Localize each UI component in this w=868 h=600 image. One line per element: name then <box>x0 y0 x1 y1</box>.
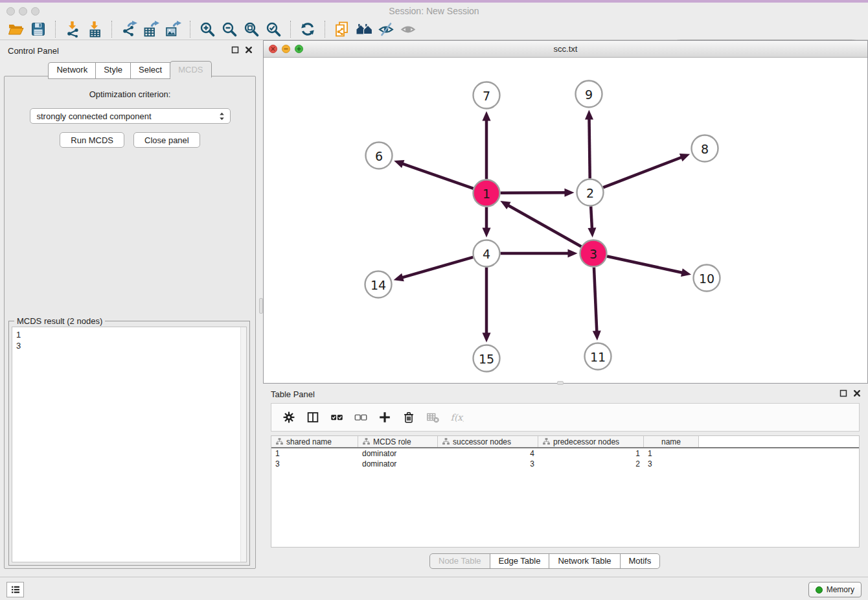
tab-style[interactable]: Style <box>95 62 131 79</box>
cell-predecessor_nodes: 1 <box>538 448 644 459</box>
close-panel-button[interactable]: Close panel <box>133 132 200 148</box>
cell-name: 3 <box>644 459 699 469</box>
save-session-icon[interactable] <box>27 19 49 39</box>
table-header-row: shared nameMCDS rolesuccessor nodesprede… <box>271 436 859 448</box>
column-header-shared_name[interactable]: shared name <box>271 436 358 447</box>
network-window-titlebar[interactable]: scc.txt <box>264 41 867 58</box>
run-mcds-button[interactable]: Run MCDS <box>60 132 124 148</box>
unselect-all-columns-icon[interactable] <box>351 408 371 427</box>
zoom-in-icon[interactable] <box>196 19 218 39</box>
control-panel-title: Control Panel <box>8 46 59 56</box>
first-neighbors-icon[interactable] <box>353 19 375 39</box>
clone-network-icon[interactable] <box>331 19 353 39</box>
open-file-icon[interactable] <box>5 19 27 39</box>
cell-shared_name: 3 <box>271 459 358 469</box>
graph-edge-arrowhead <box>394 160 404 168</box>
graph-edge-3-11[interactable] <box>594 267 597 333</box>
task-history-button[interactable] <box>6 582 24 597</box>
table-row[interactable]: 1dominator411 <box>271 448 859 459</box>
tab-network[interactable]: Network <box>48 62 96 79</box>
tab-motifs[interactable]: Motifs <box>620 553 661 569</box>
export-network-icon[interactable] <box>118 19 140 39</box>
table-row[interactable]: 3dominator323 <box>271 459 859 469</box>
tab-mcds[interactable]: MCDS <box>170 61 211 78</box>
result-scrollbar[interactable] <box>240 327 246 562</box>
graph-edge-arrowhead <box>394 273 404 281</box>
zoom-selected-icon[interactable] <box>262 19 284 39</box>
graph-edge-arrowhead <box>593 330 601 340</box>
graph-node-label: 8 <box>701 142 709 156</box>
delete-column-icon[interactable] <box>399 408 418 427</box>
graph-edge-1-2[interactable] <box>500 192 567 193</box>
column-type-icon <box>442 437 450 446</box>
graph-node-15[interactable]: 15 <box>474 345 500 372</box>
optimization-criterion-select[interactable]: strongly connected component <box>30 108 231 124</box>
column-header-predecessor_nodes[interactable]: predecessor nodes <box>538 436 644 447</box>
graph-edge-arrowhead <box>681 268 691 277</box>
graph-node-2[interactable]: 2 <box>577 179 604 206</box>
hide-selected-icon[interactable] <box>375 19 397 39</box>
graph-node-9[interactable]: 9 <box>576 81 602 108</box>
table-panel-tabs: Node TableEdge TableNetwork TableMotifs <box>429 553 660 569</box>
close-table-panel-icon[interactable] <box>852 389 862 398</box>
cell-mcds_role: dominator <box>358 448 438 459</box>
cell-mcds_role: dominator <box>358 459 438 469</box>
zoom-fit-content-icon[interactable] <box>240 19 262 39</box>
zoom-out-icon[interactable] <box>218 19 240 39</box>
import-table-icon[interactable] <box>84 19 106 39</box>
graph-edge-4-14[interactable] <box>400 257 473 278</box>
network-graph: 7968124314101511 <box>264 58 867 383</box>
node-table: shared nameMCDS rolesuccessor nodesprede… <box>271 435 860 548</box>
graph-node-11[interactable]: 11 <box>585 343 611 370</box>
table-panel: Table Panel shared nameMCDS rolesuccesso… <box>263 384 868 577</box>
float-table-panel-icon[interactable] <box>839 389 848 398</box>
select-all-columns-icon[interactable] <box>327 408 347 427</box>
tab-network-table[interactable]: Network Table <box>549 553 620 569</box>
horizontal-splitter-handle[interactable] <box>557 381 564 385</box>
graph-node-label: 15 <box>479 352 494 366</box>
tab-node-table[interactable]: Node Table <box>429 553 490 569</box>
graph-node-7[interactable]: 7 <box>474 82 500 109</box>
close-panel-icon[interactable] <box>244 45 253 54</box>
column-label: name <box>661 437 681 446</box>
graph-edge-3-1[interactable] <box>507 204 581 246</box>
tab-edge-table[interactable]: Edge Table <box>490 553 550 569</box>
tab-select[interactable]: Select <box>130 62 170 79</box>
graph-edge-arrowhead <box>585 110 593 119</box>
graph-edge-3-10[interactable] <box>607 257 684 273</box>
column-settings-icon[interactable] <box>279 408 299 427</box>
graph-node-10[interactable]: 10 <box>694 265 720 292</box>
table-panel-title: Table Panel <box>271 389 315 399</box>
float-panel-icon[interactable] <box>231 45 240 54</box>
export-table-icon[interactable] <box>140 19 162 39</box>
graph-node-6[interactable]: 6 <box>366 143 393 169</box>
column-header-successor_nodes[interactable]: successor nodes <box>438 436 538 447</box>
graph-node-1[interactable]: 1 <box>474 180 500 207</box>
network-canvas[interactable]: 7968124314101511 <box>264 58 867 383</box>
toolbar-separator <box>290 21 291 38</box>
apply-layout-icon[interactable] <box>297 19 319 39</box>
import-network-icon[interactable] <box>62 19 84 39</box>
graph-edge-2-8[interactable] <box>603 157 683 188</box>
toggle-column-view-icon[interactable] <box>303 408 323 427</box>
memory-button[interactable]: Memory <box>808 582 862 597</box>
create-column-icon[interactable] <box>375 408 394 427</box>
mcds-result-textarea[interactable]: 13 <box>12 327 247 562</box>
toolbar-separator <box>111 21 112 38</box>
select-updown-icon <box>216 110 227 123</box>
graph-node-14[interactable]: 14 <box>365 271 392 298</box>
graph-node-3[interactable]: 3 <box>580 240 607 267</box>
graph-edge-1-6[interactable] <box>401 163 474 189</box>
graph-node-label: 4 <box>483 247 490 261</box>
graph-node-8[interactable]: 8 <box>692 135 718 162</box>
graph-edge-2-9[interactable] <box>589 117 589 178</box>
status-bar: Memory <box>0 577 868 600</box>
graph-node-4[interactable]: 4 <box>474 240 500 267</box>
control-panel: Control Panel NetworkStyleSelectMCDS Opt… <box>0 40 260 577</box>
graph-edge-arrowhead <box>483 333 491 343</box>
column-header-name[interactable]: name <box>644 436 699 447</box>
column-header-mcds_role[interactable]: MCDS role <box>358 436 438 447</box>
toolbar-separator <box>55 21 56 38</box>
export-image-icon[interactable] <box>162 19 184 39</box>
graph-edge-2-3[interactable] <box>591 206 592 230</box>
